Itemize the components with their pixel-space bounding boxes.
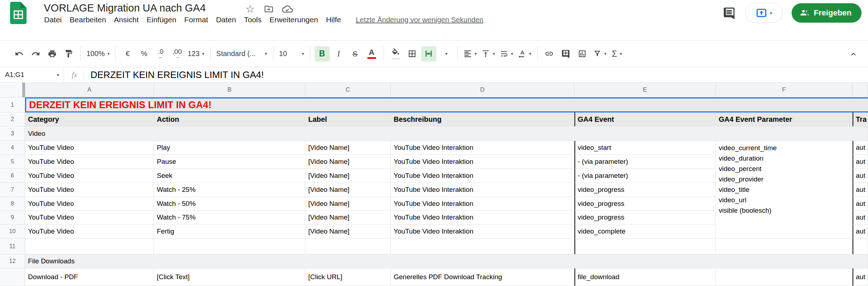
cell-A9[interactable]: YouTube Video	[25, 211, 154, 225]
fill-color-button[interactable]	[388, 46, 403, 61]
cell-E9[interactable]: video_progress	[574, 211, 716, 225]
cell-E7[interactable]: video_progress	[574, 183, 716, 197]
share-button[interactable]: Freigeben	[792, 3, 862, 23]
cell-E10[interactable]: video_complete	[574, 225, 716, 239]
star-icon[interactable]: ☆	[244, 3, 256, 15]
row-header-5[interactable]: 5	[0, 155, 25, 169]
cell-C4[interactable]: [Video Name]	[305, 141, 391, 155]
row-header-4[interactable]: 4	[0, 141, 25, 155]
number-format-button[interactable]: 123▾	[186, 46, 206, 61]
cell-G8[interactable]: aut	[853, 197, 868, 211]
column-header-F[interactable]: F	[716, 83, 853, 97]
cell-Gr13[interactable]: aut	[853, 268, 868, 286]
row-header-7[interactable]: 7	[0, 183, 25, 197]
cell-E11[interactable]	[574, 239, 716, 254]
cell-G10[interactable]: aut	[853, 225, 868, 239]
cell-G5[interactable]: aut	[853, 155, 868, 169]
cell-Br13[interactable]: [Click Text]	[154, 268, 305, 286]
cell-Dr13[interactable]: Generelles PDF Download Tracking	[391, 268, 574, 286]
header-resize-handle[interactable]	[22, 83, 25, 97]
row-header-8[interactable]: 8	[0, 197, 25, 211]
functions-button[interactable]: Σ▾	[609, 46, 624, 61]
hide-toolbar-button[interactable]	[846, 46, 861, 61]
cell-G7[interactable]: aut	[853, 183, 868, 197]
spreadsheet-grid[interactable]: ABCDEF1DERZEIT KEIN EREIGNIS LIMIT IN GA…	[0, 83, 868, 286]
cell-F2[interactable]: GA4 Event Parameter	[716, 112, 853, 126]
cell-C8[interactable]: [Video Name]	[305, 197, 391, 211]
cell-B5[interactable]: Pause	[154, 155, 305, 169]
cell-A8[interactable]: YouTube Video	[25, 197, 154, 211]
row-header-3[interactable]: 3	[0, 126, 25, 141]
menu-ansicht[interactable]: Ansicht	[110, 14, 143, 25]
cell-F11[interactable]	[716, 239, 853, 254]
cell-G6[interactable]: aut	[853, 169, 868, 183]
menu-erweiterungen[interactable]: Erweiterungen	[266, 14, 322, 25]
menu-datei[interactable]: Datei	[40, 14, 66, 25]
cell-C2[interactable]: Label	[305, 112, 391, 126]
print-button[interactable]	[44, 46, 60, 61]
cell-B2[interactable]: Action	[154, 112, 305, 126]
cell-G4[interactable]: aut	[853, 141, 868, 155]
row-header-2[interactable]: 2	[0, 112, 25, 126]
row-header-10[interactable]: 10	[0, 225, 25, 239]
cell-B10[interactable]: Fertig	[154, 225, 305, 239]
merge-cells-button[interactable]	[421, 46, 436, 61]
menu-tools[interactable]: Tools	[240, 14, 266, 25]
name-box[interactable]: A1:G1▾	[0, 67, 64, 82]
last-edit-link[interactable]: Letzte Änderung vor wenigen Sekunden	[356, 16, 483, 24]
cell-E2[interactable]: GA4 Event	[574, 112, 716, 126]
cell-A6[interactable]: YouTube Video	[25, 169, 154, 183]
cell-E8[interactable]: video_progress	[574, 197, 716, 211]
cell-A4[interactable]: YouTube Video	[25, 141, 154, 155]
text-rotation-button[interactable]: ▾	[516, 46, 533, 61]
cell-C11[interactable]	[305, 239, 391, 254]
font-select[interactable]: Standard (...▾	[215, 46, 269, 61]
column-header-E[interactable]: E	[574, 83, 716, 97]
column-header-C[interactable]: C	[305, 83, 391, 97]
cell-A11[interactable]	[25, 239, 154, 254]
cell-E6[interactable]: - (via parameter)	[574, 169, 716, 183]
cell-B6[interactable]: Seek	[154, 169, 305, 183]
insert-link-button[interactable]	[542, 46, 557, 61]
create-filter-button[interactable]: ▾	[591, 46, 608, 61]
row-header-r13[interactable]	[0, 268, 25, 286]
cell-B9[interactable]: Watch - 75%	[154, 211, 305, 225]
row-header-1[interactable]: 1	[0, 97, 25, 112]
cell-C10[interactable]: [Video Name]	[305, 225, 391, 239]
menu-einfuegen[interactable]: Einfügen	[142, 14, 180, 25]
cell-D9[interactable]: YouTube Video Interaktion	[391, 211, 574, 225]
increase-decimals-button[interactable]: .00→	[170, 46, 185, 61]
format-currency-button[interactable]: €	[120, 46, 135, 61]
column-header-G[interactable]	[853, 83, 868, 97]
paint-format-button[interactable]	[61, 46, 76, 61]
menu-daten[interactable]: Daten	[212, 14, 240, 25]
grid-corner[interactable]	[0, 83, 25, 97]
format-percent-button[interactable]: %	[137, 46, 152, 61]
insert-chart-button[interactable]	[575, 46, 590, 61]
section-row-video[interactable]: Video	[25, 126, 868, 141]
cloud-saved-icon[interactable]	[281, 3, 294, 15]
menu-format[interactable]: Format	[180, 14, 212, 25]
section-row-file-downloads[interactable]: File Downloads	[25, 254, 868, 268]
cell-D5[interactable]: YouTube Video Interaktion	[391, 155, 574, 169]
cell-C6[interactable]: [Video Name]	[305, 169, 391, 183]
cell-D10[interactable]: YouTube Video Interaktion	[391, 225, 574, 239]
text-color-button[interactable]: A	[364, 46, 379, 61]
row-header-9[interactable]: 9	[0, 211, 25, 225]
insert-comment-button[interactable]	[558, 46, 573, 61]
decrease-decimals-button[interactable]: .0←	[153, 46, 168, 61]
comment-history-button[interactable]	[722, 6, 736, 20]
cell-B4[interactable]: Play	[154, 141, 305, 155]
cell-D7[interactable]: YouTube Video Interaktion	[391, 183, 574, 197]
sheets-logo-icon[interactable]	[10, 2, 27, 24]
cell-Cr13[interactable]: [Click URL]	[305, 268, 391, 286]
strikethrough-button[interactable]: S	[348, 46, 363, 61]
cell-A10[interactable]: YouTube Video	[25, 225, 154, 239]
row-header-6[interactable]: 6	[0, 169, 25, 183]
cell-C5[interactable]: [Video Name]	[305, 155, 391, 169]
merge-cells-dropdown[interactable]: ▾	[438, 46, 453, 61]
cell-D2[interactable]: Beschreibung	[391, 112, 574, 126]
document-title[interactable]: VORLAGE Migration UA nach GA4	[44, 2, 206, 14]
cell-B7[interactable]: Watch - 25%	[154, 183, 305, 197]
borders-button[interactable]	[405, 46, 420, 61]
